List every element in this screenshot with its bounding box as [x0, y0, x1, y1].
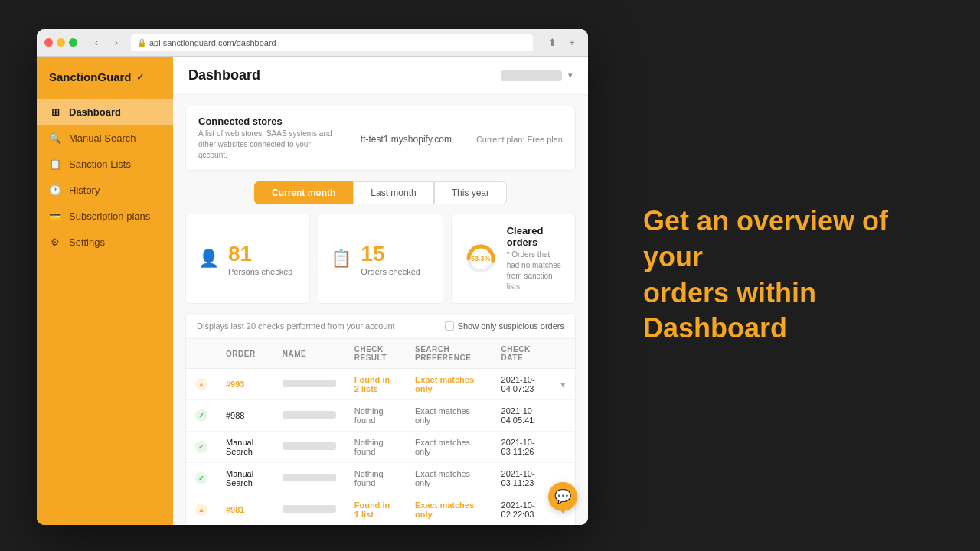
sidebar-label-manual-search: Manual Search	[69, 132, 136, 144]
tab-current-month[interactable]: Current month	[254, 181, 353, 204]
suspicious-label: Show only suspicious orders	[458, 321, 564, 331]
sidebar-item-history[interactable]: 🕐 History	[37, 177, 173, 203]
sidebar-item-sanction-lists[interactable]: 📋 Sanction Lists	[37, 151, 173, 177]
tab-last-month[interactable]: Last month	[353, 181, 433, 204]
new-tab-button[interactable]: +	[564, 34, 580, 51]
status-cell: ✓	[186, 463, 217, 494]
order-id: #981	[226, 505, 244, 514]
address-bar[interactable]: 🔒 api.sanctionguard.com/dashboard	[131, 34, 533, 51]
sidebar-item-settings[interactable]: ⚙ Settings	[37, 229, 173, 255]
table-row: ✓ Manual Search Nothing found Exact matc…	[186, 463, 575, 494]
status-icon: ▲	[195, 378, 207, 390]
sidebar-label-subscription: Subscription plans	[69, 210, 150, 222]
current-plan: Current plan: Free plan	[476, 135, 563, 144]
stat-orders-info: 15 Orders checked	[361, 242, 420, 276]
status-cell: ✓	[186, 400, 217, 432]
date-cell: 2021-10-03 11:26	[492, 432, 551, 463]
order-id: Manual Search	[226, 438, 253, 456]
order-cell: #981	[217, 494, 273, 526]
check-result: Nothing found	[354, 438, 384, 456]
check-result: Nothing found	[354, 406, 384, 425]
lock-icon: 🔒	[137, 38, 146, 47]
user-dropdown-arrow[interactable]: ▾	[568, 70, 573, 80]
orders-value: 15	[361, 242, 420, 266]
search-preference: Exact matches only	[415, 500, 474, 519]
browser-window: ‹ › 🔒 api.sanctionguard.com/dashboard ⬆ …	[37, 29, 588, 525]
forward-button[interactable]: ›	[108, 34, 125, 51]
order-cell: #988	[217, 400, 273, 432]
status-cell: ▲	[186, 369, 217, 400]
name-cell	[273, 432, 345, 463]
expand-cell: ▾	[551, 369, 575, 400]
browser-navigation: ‹ ›	[88, 34, 125, 51]
settings-icon: ⚙	[49, 236, 61, 248]
user-avatar	[501, 70, 562, 81]
table-row: ✓ Manual Search Nothing found Exact matc…	[186, 432, 575, 463]
status-icon: ✓	[195, 472, 207, 484]
stats-row: 👤 81 Persons checked 📋 15 Orders checked	[185, 214, 576, 304]
header-right: ▾	[501, 70, 573, 81]
connected-stores-description: A list of web stores, SAAS systems and o…	[198, 129, 336, 161]
name-blurred	[283, 505, 336, 513]
right-panel-highlight: Dashboard	[643, 313, 787, 344]
order-id: #988	[226, 411, 244, 420]
check-date: 2021-10-03 11:23	[501, 469, 535, 487]
preference-cell: Exact matches only	[406, 432, 492, 463]
store-url: tt-test1.myshopify.com	[361, 134, 452, 145]
status-cell: ✓	[186, 432, 217, 463]
show-suspicious-toggle[interactable]: Show only suspicious orders	[445, 321, 564, 331]
status-icon: ✓	[195, 441, 207, 453]
order-cell: Manual Search	[217, 432, 273, 463]
share-button[interactable]: ⬆	[544, 34, 560, 51]
url-text: api.sanctionguard.com/dashboard	[149, 38, 276, 47]
orders-table: ORDER NAME CHECK RESULT SEARCH PREFERENC…	[186, 339, 575, 525]
order-cell: Manual Search	[217, 463, 273, 494]
table-body: ▲ #993 Found in 2 lists Exact matches on…	[186, 369, 575, 526]
tab-this-year[interactable]: This year	[434, 181, 507, 204]
cleared-orders-info: Cleared orders * Orders that had no matc…	[507, 225, 563, 292]
sidebar-item-manual-search[interactable]: 🔍 Manual Search	[37, 125, 173, 151]
col-name: NAME	[273, 339, 345, 369]
minimize-button[interactable]	[57, 38, 65, 47]
sidebar-item-subscription-plans[interactable]: 💳 Subscription plans	[37, 203, 173, 229]
maximize-button[interactable]	[69, 38, 77, 47]
col-search-preference: SEARCH PREFERENCE	[406, 339, 492, 369]
stat-card-persons: 👤 81 Persons checked	[185, 214, 310, 304]
close-button[interactable]	[44, 38, 53, 47]
sidebar-item-dashboard[interactable]: ⊞ Dashboard	[37, 99, 173, 125]
search-preference: Exact matches only	[415, 469, 470, 487]
brand: SanctionGuard ✓	[37, 70, 173, 99]
cleared-orders-title: Cleared orders	[507, 225, 563, 248]
traffic-lights	[44, 38, 77, 47]
main-header: Dashboard ▾	[173, 57, 588, 95]
brand-name: SanctionGuard	[49, 70, 132, 83]
col-check-result: CHECK RESULT	[345, 339, 406, 369]
suspicious-checkbox[interactable]	[445, 321, 454, 331]
search-icon: 🔍	[49, 132, 61, 144]
search-preference: Exact matches only	[415, 406, 470, 425]
col-order: ORDER	[217, 339, 273, 369]
date-cell: 2021-10-03 11:23	[492, 463, 551, 494]
orders-icon: 📋	[331, 249, 351, 269]
right-panel-line1: Get an overview of your	[643, 205, 888, 272]
chat-bubble[interactable]: 💬	[548, 482, 577, 511]
check-date: 2021-10-04 07:23	[501, 375, 535, 393]
subscription-icon: 💳	[49, 210, 61, 222]
cleared-orders-description: * Orders that had no matches from sancti…	[507, 249, 563, 292]
order-id: #993	[226, 380, 244, 389]
check-date: 2021-10-02 22:03	[501, 500, 535, 519]
sidebar: SanctionGuard ✓ ⊞ Dashboard 🔍 Manual Sea…	[37, 57, 173, 525]
browser-chrome: ‹ › 🔒 api.sanctionguard.com/dashboard ⬆ …	[37, 29, 588, 57]
expand-button[interactable]: ▾	[560, 379, 566, 390]
date-cell: 2021-10-04 07:23	[492, 369, 551, 400]
table-header-bar: Displays last 20 checks performed from y…	[186, 314, 575, 339]
back-button[interactable]: ‹	[88, 34, 105, 51]
history-icon: 🕐	[49, 184, 61, 196]
result-cell: Found in 1 list	[345, 494, 406, 526]
check-result: Found in 1 list	[354, 500, 390, 519]
name-cell	[273, 494, 345, 526]
order-cell: #993	[217, 369, 273, 400]
check-result: Found in 2 lists	[354, 375, 390, 393]
status-icon: ▲	[195, 504, 207, 516]
persons-icon: 👤	[198, 249, 219, 269]
